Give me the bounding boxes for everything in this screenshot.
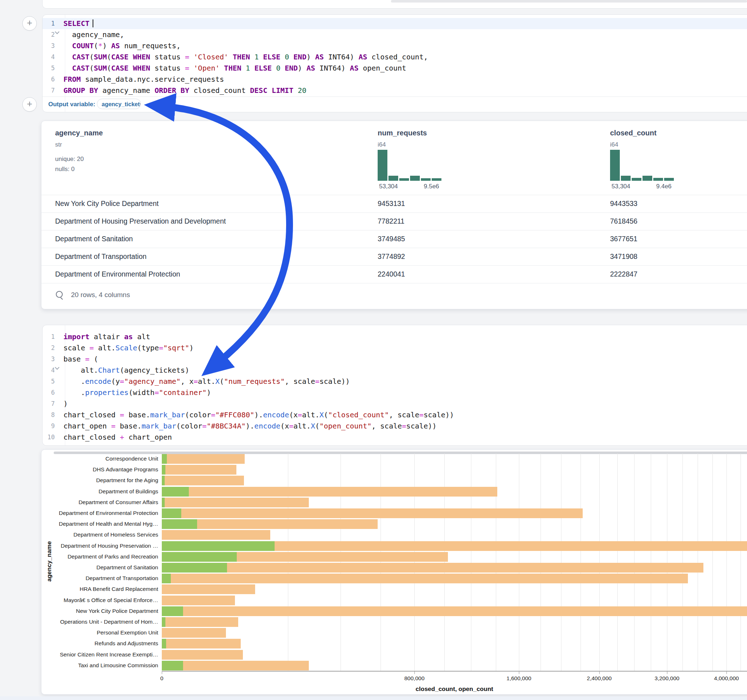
y-axis-label: Department of Environmental Protection bbox=[54, 508, 158, 519]
bar-open_count bbox=[162, 487, 189, 496]
line-number: 5 bbox=[42, 63, 55, 74]
bar-closed_count bbox=[162, 606, 747, 616]
table-row[interactable]: Department of Transportation377489234719… bbox=[41, 248, 747, 266]
add-cell-button[interactable]: + bbox=[22, 97, 37, 112]
search-icon[interactable] bbox=[56, 291, 63, 298]
code-line[interactable]: 1import altair as alt bbox=[42, 331, 747, 342]
text-cursor bbox=[92, 20, 93, 27]
gridline bbox=[599, 453, 600, 671]
add-cell-button[interactable]: + bbox=[22, 16, 37, 31]
y-axis-label: Department of Consumer Affairs bbox=[54, 497, 158, 508]
bar-open_count bbox=[162, 454, 167, 464]
bar-open_count bbox=[162, 465, 165, 475]
line-number: 2 bbox=[42, 29, 55, 40]
histogram-bar bbox=[378, 150, 387, 181]
cell-closed-count: 3471908 bbox=[610, 248, 637, 266]
column-type: i64 bbox=[378, 141, 386, 148]
line-number: 3 bbox=[42, 354, 55, 365]
column-header[interactable]: agency_name bbox=[55, 129, 103, 137]
bar-closed_count bbox=[162, 628, 226, 638]
line-number: 6 bbox=[42, 387, 55, 398]
cell-closed-count: 7618456 bbox=[610, 213, 637, 230]
horizontal-scrollbar[interactable] bbox=[391, 0, 747, 3]
bar-closed_count bbox=[162, 487, 497, 496]
column-header[interactable]: num_requests bbox=[378, 129, 427, 137]
y-axis-label: DHS Advantage Programs bbox=[54, 464, 158, 475]
dataframe-output: agency_namestrunique: 20nulls: 0num_requ… bbox=[41, 121, 747, 309]
y-axis-label: HRA Benefit Card Replacement bbox=[54, 584, 158, 594]
bar-open_count bbox=[162, 541, 275, 551]
line-number: 7 bbox=[42, 398, 55, 409]
code-line[interactable]: 6FROM sample_data.nyc.service_requests bbox=[42, 74, 747, 85]
row-column-count: 20 rows, 4 columns bbox=[71, 291, 130, 299]
code-line[interactable]: 9chart_open = base.mark_bar(color="#8BC3… bbox=[42, 421, 747, 432]
gridline bbox=[381, 453, 381, 671]
x-axis-label: 3,200,000 bbox=[655, 675, 680, 682]
bar-closed_count bbox=[162, 530, 270, 540]
code-line[interactable]: 7GROUP BY agency_name ORDER BY closed_co… bbox=[42, 85, 747, 96]
code-line[interactable]: 4 alt.Chart(agency_tickets) bbox=[42, 365, 747, 376]
code-line[interactable]: 8chart_closed = base.mark_bar(color="#FF… bbox=[42, 409, 747, 421]
code-line[interactable]: 4 CAST(SUM(CASE WHEN status = 'Closed' T… bbox=[42, 51, 747, 63]
line-number: 8 bbox=[42, 409, 55, 421]
y-axis-label: Operations Unit - Department of Hom… bbox=[54, 617, 158, 627]
column-type: i64 bbox=[610, 141, 618, 148]
histogram-bar bbox=[664, 178, 674, 181]
code-text: agency_name, bbox=[60, 29, 124, 40]
line-number: 1 bbox=[42, 331, 55, 342]
bar-open_count bbox=[162, 573, 171, 583]
code-line[interactable]: 3 COUNT(*) AS num_requests, bbox=[42, 40, 747, 51]
dataframe-footer: 20 rows, 4 columns bbox=[41, 283, 747, 309]
y-axis-label: Department of Buildings bbox=[54, 486, 158, 497]
code-line[interactable]: 2scale = alt.Scale(type="sqrt") bbox=[42, 342, 747, 354]
y-axis-label: Senior Citizen Rent Increase Exempti… bbox=[54, 649, 158, 660]
next-section-edge bbox=[0, 696, 747, 700]
gridline bbox=[471, 453, 471, 671]
column-type: str bbox=[55, 141, 62, 148]
code-line[interactable]: 3base = ( bbox=[42, 354, 747, 365]
histogram-min-label: 53,304 bbox=[379, 183, 398, 190]
code-line[interactable]: 5 .encode(y="agency_name", x=alt.X("num_… bbox=[42, 376, 747, 387]
bar-closed_count bbox=[162, 639, 241, 649]
code-line[interactable]: 6 .properties(width="container") bbox=[42, 387, 747, 398]
cell-closed-count: 3677651 bbox=[610, 230, 637, 248]
bar-open_count bbox=[162, 498, 165, 507]
code-text: ) bbox=[60, 398, 68, 409]
gridline bbox=[496, 453, 496, 671]
table-row[interactable]: Department of Housing Preservation and D… bbox=[41, 213, 747, 231]
code-line[interactable]: 10chart_closed + chart_open bbox=[42, 432, 747, 443]
y-axis-label: Department for the Aging bbox=[54, 475, 158, 486]
code-text: GROUP BY agency_name ORDER BY closed_cou… bbox=[60, 85, 306, 96]
column-header[interactable]: closed_count bbox=[610, 129, 656, 137]
gridline bbox=[651, 453, 651, 671]
gridline bbox=[581, 453, 581, 671]
code-line[interactable]: 7) bbox=[42, 398, 747, 409]
histogram-bar bbox=[621, 176, 631, 181]
code-line[interactable]: 2 agency_name, bbox=[42, 29, 747, 40]
cell-closed-count: 9443533 bbox=[610, 195, 637, 213]
histogram-bar bbox=[410, 176, 420, 181]
table-row[interactable]: Department of Sanitation37494853677651 bbox=[41, 230, 747, 248]
sql-code-editor[interactable]: 1SELECT2 agency_name,3 COUNT(*) AS num_r… bbox=[42, 18, 747, 96]
y-axis-label: Department of Sanitation bbox=[54, 562, 158, 573]
chart-plot-area bbox=[162, 453, 747, 671]
table-row[interactable]: New York City Police Department945313194… bbox=[41, 195, 747, 213]
cell-num-requests: 3774892 bbox=[378, 248, 405, 266]
cell-num-requests: 2240041 bbox=[378, 266, 405, 283]
histogram-bar bbox=[421, 178, 431, 181]
output-variable-badge[interactable]: agency_tickets bbox=[97, 99, 141, 109]
code-text: .properties(width="container") bbox=[60, 387, 211, 398]
bar-closed_count bbox=[162, 508, 583, 518]
gridline bbox=[540, 453, 541, 671]
bar-closed_count bbox=[162, 661, 309, 670]
table-row[interactable]: Department of Environmental Protection22… bbox=[41, 266, 747, 284]
python-code-editor[interactable]: 1import altair as alt2scale = alt.Scale(… bbox=[42, 331, 747, 443]
histogram-min-label: 53,304 bbox=[611, 183, 630, 190]
code-line[interactable]: 1SELECT bbox=[42, 18, 747, 29]
chart-x-axis-title: closed_count, open_count bbox=[416, 686, 493, 693]
code-line[interactable]: 5 CAST(SUM(CASE WHEN status = 'Open' THE… bbox=[42, 63, 747, 74]
bar-closed_count bbox=[162, 563, 703, 573]
line-number: 1 bbox=[42, 18, 55, 29]
bar-closed_count bbox=[162, 650, 243, 660]
gridline bbox=[741, 453, 741, 671]
